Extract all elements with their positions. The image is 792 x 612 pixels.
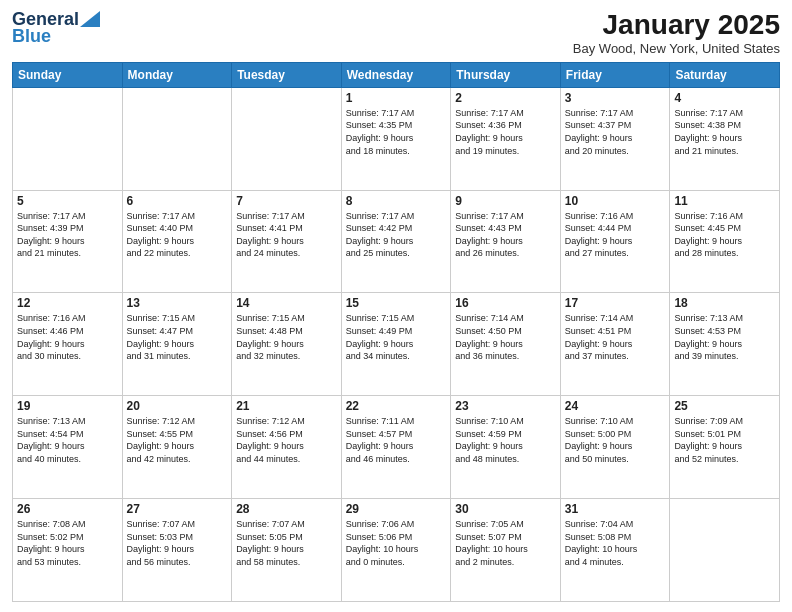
day-info: Sunrise: 7:12 AM Sunset: 4:56 PM Dayligh… — [236, 415, 337, 465]
table-row: 17Sunrise: 7:14 AM Sunset: 4:51 PM Dayli… — [560, 293, 670, 396]
day-info: Sunrise: 7:14 AM Sunset: 4:51 PM Dayligh… — [565, 312, 666, 362]
table-row: 14Sunrise: 7:15 AM Sunset: 4:48 PM Dayli… — [232, 293, 342, 396]
day-number: 21 — [236, 399, 337, 413]
col-sunday: Sunday — [13, 62, 123, 87]
calendar-week-row: 26Sunrise: 7:08 AM Sunset: 5:02 PM Dayli… — [13, 499, 780, 602]
col-monday: Monday — [122, 62, 232, 87]
page: General Blue January 2025 Bay Wood, New … — [0, 0, 792, 612]
table-row: 29Sunrise: 7:06 AM Sunset: 5:06 PM Dayli… — [341, 499, 451, 602]
day-info: Sunrise: 7:07 AM Sunset: 5:05 PM Dayligh… — [236, 518, 337, 568]
logo: General Blue — [12, 10, 101, 47]
table-row: 15Sunrise: 7:15 AM Sunset: 4:49 PM Dayli… — [341, 293, 451, 396]
location: Bay Wood, New York, United States — [573, 41, 780, 56]
svg-marker-0 — [80, 11, 100, 27]
day-info: Sunrise: 7:17 AM Sunset: 4:42 PM Dayligh… — [346, 210, 447, 260]
day-number: 22 — [346, 399, 447, 413]
calendar-table: Sunday Monday Tuesday Wednesday Thursday… — [12, 62, 780, 602]
table-row — [122, 87, 232, 190]
table-row: 10Sunrise: 7:16 AM Sunset: 4:44 PM Dayli… — [560, 190, 670, 293]
day-info: Sunrise: 7:15 AM Sunset: 4:47 PM Dayligh… — [127, 312, 228, 362]
day-info: Sunrise: 7:17 AM Sunset: 4:43 PM Dayligh… — [455, 210, 556, 260]
day-number: 30 — [455, 502, 556, 516]
day-number: 6 — [127, 194, 228, 208]
col-saturday: Saturday — [670, 62, 780, 87]
day-number: 4 — [674, 91, 775, 105]
day-info: Sunrise: 7:17 AM Sunset: 4:36 PM Dayligh… — [455, 107, 556, 157]
day-number: 26 — [17, 502, 118, 516]
table-row: 9Sunrise: 7:17 AM Sunset: 4:43 PM Daylig… — [451, 190, 561, 293]
day-info: Sunrise: 7:04 AM Sunset: 5:08 PM Dayligh… — [565, 518, 666, 568]
table-row: 16Sunrise: 7:14 AM Sunset: 4:50 PM Dayli… — [451, 293, 561, 396]
day-number: 2 — [455, 91, 556, 105]
table-row: 23Sunrise: 7:10 AM Sunset: 4:59 PM Dayli… — [451, 396, 561, 499]
col-wednesday: Wednesday — [341, 62, 451, 87]
day-number: 13 — [127, 296, 228, 310]
table-row — [232, 87, 342, 190]
table-row: 18Sunrise: 7:13 AM Sunset: 4:53 PM Dayli… — [670, 293, 780, 396]
day-info: Sunrise: 7:17 AM Sunset: 4:41 PM Dayligh… — [236, 210, 337, 260]
table-row: 11Sunrise: 7:16 AM Sunset: 4:45 PM Dayli… — [670, 190, 780, 293]
calendar-week-row: 12Sunrise: 7:16 AM Sunset: 4:46 PM Dayli… — [13, 293, 780, 396]
day-info: Sunrise: 7:16 AM Sunset: 4:46 PM Dayligh… — [17, 312, 118, 362]
table-row: 2Sunrise: 7:17 AM Sunset: 4:36 PM Daylig… — [451, 87, 561, 190]
table-row: 8Sunrise: 7:17 AM Sunset: 4:42 PM Daylig… — [341, 190, 451, 293]
table-row: 28Sunrise: 7:07 AM Sunset: 5:05 PM Dayli… — [232, 499, 342, 602]
day-info: Sunrise: 7:07 AM Sunset: 5:03 PM Dayligh… — [127, 518, 228, 568]
day-info: Sunrise: 7:17 AM Sunset: 4:40 PM Dayligh… — [127, 210, 228, 260]
table-row: 22Sunrise: 7:11 AM Sunset: 4:57 PM Dayli… — [341, 396, 451, 499]
day-info: Sunrise: 7:17 AM Sunset: 4:35 PM Dayligh… — [346, 107, 447, 157]
day-number: 27 — [127, 502, 228, 516]
table-row: 24Sunrise: 7:10 AM Sunset: 5:00 PM Dayli… — [560, 396, 670, 499]
table-row: 7Sunrise: 7:17 AM Sunset: 4:41 PM Daylig… — [232, 190, 342, 293]
table-row: 25Sunrise: 7:09 AM Sunset: 5:01 PM Dayli… — [670, 396, 780, 499]
table-row: 5Sunrise: 7:17 AM Sunset: 4:39 PM Daylig… — [13, 190, 123, 293]
logo-triangle-icon — [80, 11, 100, 27]
day-number: 8 — [346, 194, 447, 208]
day-info: Sunrise: 7:12 AM Sunset: 4:55 PM Dayligh… — [127, 415, 228, 465]
day-number: 18 — [674, 296, 775, 310]
day-info: Sunrise: 7:17 AM Sunset: 4:37 PM Dayligh… — [565, 107, 666, 157]
day-number: 11 — [674, 194, 775, 208]
day-info: Sunrise: 7:17 AM Sunset: 4:38 PM Dayligh… — [674, 107, 775, 157]
day-info: Sunrise: 7:10 AM Sunset: 4:59 PM Dayligh… — [455, 415, 556, 465]
table-row: 30Sunrise: 7:05 AM Sunset: 5:07 PM Dayli… — [451, 499, 561, 602]
day-info: Sunrise: 7:13 AM Sunset: 4:53 PM Dayligh… — [674, 312, 775, 362]
day-info: Sunrise: 7:08 AM Sunset: 5:02 PM Dayligh… — [17, 518, 118, 568]
day-number: 7 — [236, 194, 337, 208]
table-row: 6Sunrise: 7:17 AM Sunset: 4:40 PM Daylig… — [122, 190, 232, 293]
day-number: 3 — [565, 91, 666, 105]
day-number: 31 — [565, 502, 666, 516]
day-info: Sunrise: 7:09 AM Sunset: 5:01 PM Dayligh… — [674, 415, 775, 465]
day-number: 20 — [127, 399, 228, 413]
table-row: 12Sunrise: 7:16 AM Sunset: 4:46 PM Dayli… — [13, 293, 123, 396]
col-friday: Friday — [560, 62, 670, 87]
day-number: 1 — [346, 91, 447, 105]
day-info: Sunrise: 7:06 AM Sunset: 5:06 PM Dayligh… — [346, 518, 447, 568]
table-row: 19Sunrise: 7:13 AM Sunset: 4:54 PM Dayli… — [13, 396, 123, 499]
table-row: 1Sunrise: 7:17 AM Sunset: 4:35 PM Daylig… — [341, 87, 451, 190]
day-info: Sunrise: 7:14 AM Sunset: 4:50 PM Dayligh… — [455, 312, 556, 362]
header-right: January 2025 Bay Wood, New York, United … — [573, 10, 780, 56]
day-number: 25 — [674, 399, 775, 413]
day-number: 12 — [17, 296, 118, 310]
day-number: 15 — [346, 296, 447, 310]
header: General Blue January 2025 Bay Wood, New … — [12, 10, 780, 56]
day-number: 16 — [455, 296, 556, 310]
table-row — [670, 499, 780, 602]
day-info: Sunrise: 7:05 AM Sunset: 5:07 PM Dayligh… — [455, 518, 556, 568]
table-row: 13Sunrise: 7:15 AM Sunset: 4:47 PM Dayli… — [122, 293, 232, 396]
table-row: 4Sunrise: 7:17 AM Sunset: 4:38 PM Daylig… — [670, 87, 780, 190]
day-number: 17 — [565, 296, 666, 310]
day-number: 29 — [346, 502, 447, 516]
day-info: Sunrise: 7:15 AM Sunset: 4:48 PM Dayligh… — [236, 312, 337, 362]
day-number: 24 — [565, 399, 666, 413]
table-row: 21Sunrise: 7:12 AM Sunset: 4:56 PM Dayli… — [232, 396, 342, 499]
table-row — [13, 87, 123, 190]
day-info: Sunrise: 7:15 AM Sunset: 4:49 PM Dayligh… — [346, 312, 447, 362]
day-info: Sunrise: 7:16 AM Sunset: 4:44 PM Dayligh… — [565, 210, 666, 260]
day-number: 10 — [565, 194, 666, 208]
day-info: Sunrise: 7:17 AM Sunset: 4:39 PM Dayligh… — [17, 210, 118, 260]
logo-blue-text: Blue — [12, 26, 51, 46]
day-info: Sunrise: 7:11 AM Sunset: 4:57 PM Dayligh… — [346, 415, 447, 465]
day-info: Sunrise: 7:13 AM Sunset: 4:54 PM Dayligh… — [17, 415, 118, 465]
